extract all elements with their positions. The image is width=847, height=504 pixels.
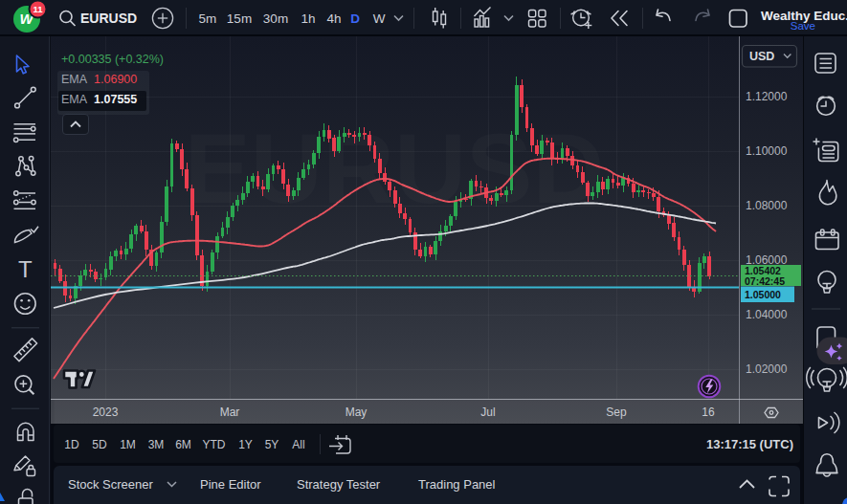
svg-text:15m: 15m <box>227 11 252 26</box>
svg-text:1Y: 1Y <box>238 438 253 451</box>
svg-text:2023: 2023 <box>93 405 119 419</box>
svg-text:1h: 1h <box>301 11 315 26</box>
svg-text:1.12000: 1.12000 <box>746 90 788 103</box>
svg-text:1.05000: 1.05000 <box>745 289 781 300</box>
svg-text:Jul: Jul <box>480 405 495 419</box>
svg-text:6M: 6M <box>175 438 191 451</box>
svg-text:T: T <box>18 256 33 282</box>
svg-text:Save: Save <box>791 20 815 32</box>
svg-text:Euro / U.S. Dollar: Euro / U.S. Dollar <box>250 251 539 290</box>
svg-text:5D: 5D <box>92 438 107 451</box>
svg-text:D: D <box>350 11 360 26</box>
svg-text:1.10000: 1.10000 <box>746 144 788 158</box>
svg-text:Trading Panel: Trading Panel <box>418 477 496 492</box>
svg-text:07:42:45: 07:42:45 <box>745 275 785 287</box>
svg-text:Sep: Sep <box>606 405 627 419</box>
svg-text:YTD: YTD <box>203 438 226 451</box>
svg-text:W: W <box>373 11 386 26</box>
svg-text:1.02000: 1.02000 <box>746 362 788 376</box>
svg-text:Strategy Tester: Strategy Tester <box>297 477 381 492</box>
svg-text:30m: 30m <box>263 11 288 26</box>
svg-text:1.04000: 1.04000 <box>746 308 788 321</box>
svg-text:3M: 3M <box>148 438 165 451</box>
svg-text:1.08000: 1.08000 <box>746 199 788 212</box>
svg-text:May: May <box>345 405 368 419</box>
svg-text:Mar: Mar <box>220 405 240 419</box>
svg-text:Pine Editor: Pine Editor <box>200 477 261 492</box>
svg-text:1M: 1M <box>120 438 136 451</box>
svg-text:4h: 4h <box>326 11 341 26</box>
svg-text:16: 16 <box>702 405 715 419</box>
svg-text:Stock Screener: Stock Screener <box>68 477 154 492</box>
svg-text:1D: 1D <box>64 438 79 451</box>
svg-text:USD: USD <box>749 50 774 63</box>
svg-text:11: 11 <box>33 4 43 14</box>
svg-text:EURUSD: EURUSD <box>184 113 604 224</box>
svg-text:5Y: 5Y <box>265 438 279 451</box>
svg-text:All: All <box>292 438 304 451</box>
svg-text:5m: 5m <box>199 11 217 26</box>
svg-text:EURUSD: EURUSD <box>80 11 137 26</box>
svg-text:13:17:15 (UTC): 13:17:15 (UTC) <box>706 437 793 451</box>
